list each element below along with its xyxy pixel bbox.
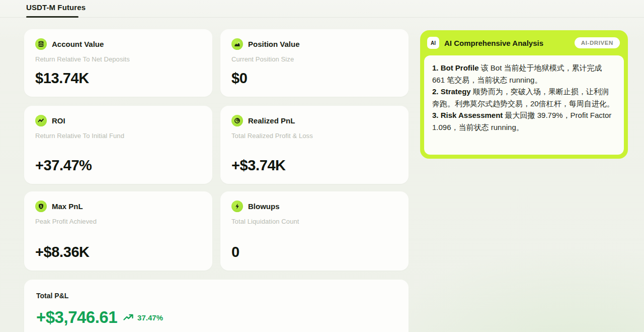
ai-line-label: 3. Risk Assessment <box>432 111 503 119</box>
card-title: Blowups <box>248 202 280 211</box>
card-subtitle: Return Relative To Net Deposits <box>35 55 201 63</box>
card-title: Realized PnL <box>248 116 295 125</box>
card-title: Position Value <box>248 40 300 48</box>
tab-usdt-m-futures[interactable]: USDT-M Futures <box>26 3 86 12</box>
total-pnl-percent-group: 37.47% <box>123 313 163 322</box>
ai-driven-badge: AI-DRIVEN <box>575 37 620 48</box>
chart-growth-icon <box>231 38 243 50</box>
futures-dashboard: USDT-M Futures Account Value Return Rela… <box>0 0 644 332</box>
account-value-card: Account Value Return Relative To Net Dep… <box>24 29 212 97</box>
ai-line-bot-profile: 1. Bot Profile 该 Bot 当前处于地狱模式，累计完成 661 笔… <box>432 62 616 86</box>
max-pnl-value: +$8.36K <box>35 244 201 260</box>
total-pnl-label: Total P&L <box>36 292 396 300</box>
realized-pnl-value: +$3.74K <box>231 157 397 174</box>
ai-line-label: 2. Strategy <box>432 87 471 96</box>
card-title: ROI <box>52 116 65 125</box>
card-header: $ Max PnL <box>35 201 201 212</box>
tab-active-underline <box>26 16 78 18</box>
shield-dollar-icon: $ <box>35 201 47 212</box>
card-subtitle: Total Realized Profit & Loss <box>231 132 397 140</box>
realized-pnl-card: Realized PnL Total Realized Profit & Los… <box>220 106 409 184</box>
blowups-value: 0 <box>231 244 397 260</box>
ai-line-strategy: 2. Strategy 顺势而为，突破入场，果断止损，让利润奔跑。利弗莫尔式趋势… <box>432 86 616 109</box>
max-pnl-card: $ Max PnL Peak Profit Achieved +$8.36K <box>24 191 212 271</box>
ai-line-risk-assessment: 3. Risk Assessment 最大回撤 39.79%，Profit Fa… <box>432 109 616 133</box>
coin-icon <box>231 115 243 126</box>
ai-analysis-panel: AI AI Comprehensive Analysis AI-DRIVEN 1… <box>420 30 628 159</box>
card-title: Max PnL <box>52 202 83 211</box>
roi-value: +37.47% <box>35 157 201 174</box>
card-header: Realized PnL <box>231 115 397 126</box>
tabbar-divider <box>0 17 644 18</box>
position-value: $0 <box>231 70 397 87</box>
total-pnl-card: Total P&L +$3,746.61 37.47% <box>24 280 409 332</box>
ai-line-label: 1. Bot Profile <box>432 63 479 72</box>
card-header: ROI <box>35 115 201 126</box>
roi-card: ROI Return Relative To Initial Fund +37.… <box>24 106 212 184</box>
card-subtitle: Total Liquidation Count <box>231 218 397 225</box>
ai-panel-title: AI Comprehensive Analysis <box>444 39 543 47</box>
ai-analysis-content: 1. Bot Profile 该 Bot 当前处于地狱模式，累计完成 661 笔… <box>424 55 624 155</box>
coins-stack-icon <box>35 38 47 50</box>
card-header: Account Value <box>35 38 201 50</box>
ai-panel-header: AI AI Comprehensive Analysis AI-DRIVEN <box>420 30 628 55</box>
card-subtitle: Return Relative To Initial Fund <box>35 132 201 140</box>
card-header: Position Value <box>231 38 397 50</box>
lightning-icon <box>231 201 243 212</box>
total-pnl-percent: 37.47% <box>137 313 163 322</box>
trend-line-icon <box>35 115 47 126</box>
total-pnl-value: +$3,746.61 <box>36 308 117 327</box>
blowups-card: Blowups Total Liquidation Count 0 <box>220 191 409 271</box>
card-subtitle: Current Position Size <box>231 55 397 63</box>
position-value-card: Position Value Current Position Size $0 <box>220 29 409 97</box>
trend-up-arrow-icon <box>123 314 134 321</box>
card-title: Account Value <box>52 40 104 48</box>
total-pnl-row: +$3,746.61 37.47% <box>36 308 396 327</box>
ai-badge-icon: AI <box>427 37 439 49</box>
account-value: $13.74K <box>35 70 201 87</box>
svg-text:$: $ <box>40 205 42 209</box>
card-header: Blowups <box>231 201 397 212</box>
card-subtitle: Peak Profit Achieved <box>35 218 201 225</box>
